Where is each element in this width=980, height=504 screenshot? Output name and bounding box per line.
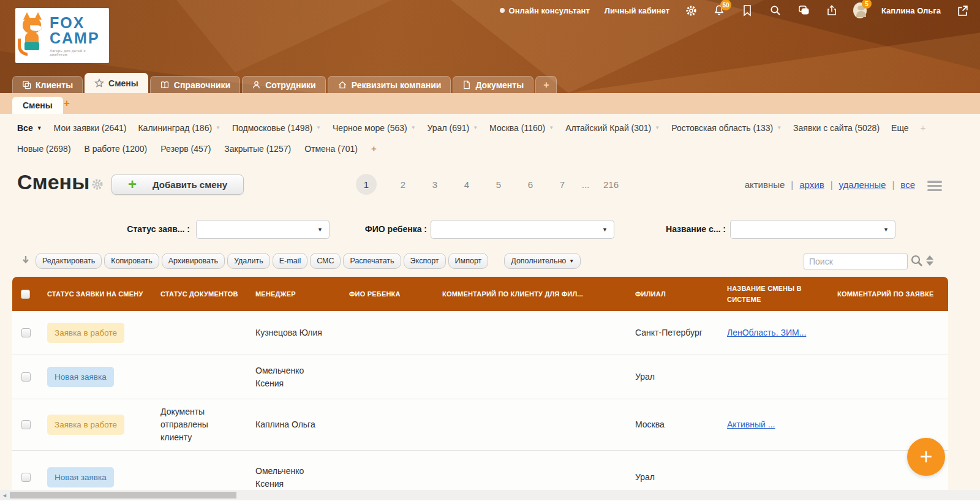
view-deleted[interactable]: удаленные bbox=[839, 179, 886, 190]
row-checkbox[interactable] bbox=[21, 420, 31, 429]
page-number[interactable]: 7 bbox=[557, 179, 568, 190]
filter-altai[interactable]: Алтайский Край (301)▼ bbox=[565, 123, 660, 133]
column-header-branch[interactable]: ФИЛИАЛ bbox=[628, 288, 720, 299]
tab-documents[interactable]: Документы bbox=[453, 76, 533, 93]
chevron-down-icon: ▼ bbox=[216, 125, 221, 130]
download-icon[interactable] bbox=[21, 255, 31, 268]
filter-select-status[interactable]: ▼ bbox=[196, 220, 330, 239]
person-icon bbox=[252, 80, 261, 89]
tab-directories[interactable]: Справочники bbox=[150, 76, 240, 93]
scrollbar-thumb[interactable] bbox=[10, 492, 236, 498]
logo-word-camp: CAMP bbox=[50, 31, 104, 46]
print-button[interactable]: Распечатать bbox=[343, 253, 401, 269]
view-active[interactable]: активные bbox=[745, 179, 785, 190]
filter-black-sea[interactable]: Черное море (563)▼ bbox=[333, 123, 416, 133]
filter-closed[interactable]: Закрытые (1257) bbox=[224, 144, 291, 154]
tab-employees[interactable]: Сотрудники bbox=[242, 76, 326, 93]
export-button[interactable]: Экспорт bbox=[404, 253, 446, 269]
filter-more[interactable]: Еще bbox=[891, 123, 909, 133]
filter-reserve[interactable]: Резерв (457) bbox=[160, 144, 211, 154]
online-consultant-link[interactable]: Онлайн консультант bbox=[500, 6, 590, 15]
personal-cabinet-link[interactable]: Личный кабинет bbox=[605, 6, 669, 15]
row-checkbox[interactable] bbox=[21, 372, 31, 382]
filter-kaliningrad[interactable]: Калининград (186)▼ bbox=[138, 123, 221, 133]
view-archive[interactable]: архив bbox=[799, 179, 824, 190]
page-number[interactable]: 4 bbox=[461, 179, 472, 190]
filter-new[interactable]: Новые (2698) bbox=[17, 144, 71, 154]
bookmark-icon[interactable] bbox=[741, 4, 754, 17]
tab-shifts[interactable]: Смены bbox=[85, 73, 148, 93]
sms-button[interactable]: СМС bbox=[310, 253, 341, 269]
documents-status-cell: Документы отправлены клиенту bbox=[153, 405, 248, 444]
filter-add-button[interactable]: + bbox=[921, 122, 926, 133]
column-header-request-comment[interactable]: КОММЕНТАРИЙ ПО ЗАЯВКЕ bbox=[830, 288, 948, 299]
column-header-status[interactable]: СТАТУС ЗАЯВКИ НА СМЕНУ bbox=[40, 288, 153, 299]
pagination-ellipsis: ... bbox=[580, 179, 591, 190]
page-settings-gear-icon[interactable] bbox=[91, 178, 104, 194]
filter-rostov[interactable]: Ростовская область (133)▼ bbox=[671, 123, 782, 133]
edit-button[interactable]: Редактировать bbox=[36, 253, 102, 269]
filter-site-requests[interactable]: Заявки с сайта (5028) bbox=[793, 123, 880, 133]
filter-moscow[interactable]: Москва (1160)▼ bbox=[489, 123, 554, 133]
row-checkbox[interactable] bbox=[21, 473, 31, 482]
shift-name-link[interactable]: ЛенОбласть. ЗИМ... bbox=[727, 328, 806, 337]
action-toolbar: Редактировать Копировать Архивировать Уд… bbox=[36, 253, 581, 269]
filter-select-shift-name[interactable]: ▼ bbox=[730, 220, 895, 239]
page-number-last[interactable]: 216 bbox=[603, 179, 619, 190]
filter-in-progress[interactable]: В работе (1200) bbox=[85, 144, 148, 154]
page-number[interactable]: 6 bbox=[525, 179, 536, 190]
email-button[interactable]: E-mail bbox=[273, 253, 307, 269]
select-all-checkbox[interactable] bbox=[21, 290, 30, 299]
region-filter-row: Все▼ Мои заявки (2641) Калининград (186)… bbox=[17, 122, 925, 133]
page-number[interactable]: 2 bbox=[398, 179, 409, 190]
column-header-manager[interactable]: МЕНЕДЖЕР bbox=[248, 288, 342, 299]
notifications-bell-icon[interactable]: 50 bbox=[712, 4, 726, 17]
filter-my-requests[interactable]: Мои заявки (2641) bbox=[54, 123, 127, 133]
import-button[interactable]: Импорт bbox=[448, 253, 489, 269]
manager-cell: Омельченко Ксения bbox=[248, 465, 342, 491]
shift-name-link[interactable]: Активный ... bbox=[727, 419, 775, 429]
search-icon[interactable] bbox=[769, 4, 782, 17]
page-number[interactable]: 5 bbox=[493, 179, 504, 190]
logout-icon[interactable] bbox=[956, 4, 969, 17]
add-fab-button[interactable]: + bbox=[907, 438, 945, 476]
filter-cancelled[interactable]: Отмена (701) bbox=[304, 144, 358, 154]
column-header-shift-name[interactable]: НАЗВАНИЕ СМЕНЫ В СИСТЕМЕ bbox=[720, 283, 830, 305]
search-input[interactable] bbox=[804, 254, 908, 269]
archive-button[interactable]: Архивировать bbox=[162, 253, 225, 269]
filter-podmoskovye[interactable]: Подмосковье (1498)▼ bbox=[232, 123, 321, 133]
logo-word-fox: FOX bbox=[50, 15, 104, 31]
status-filter-add-button[interactable]: + bbox=[371, 143, 377, 154]
page-number[interactable]: 3 bbox=[429, 179, 440, 190]
tab-clients[interactable]: Клиенты bbox=[12, 76, 83, 93]
search-magnifier-icon[interactable] bbox=[910, 254, 924, 270]
table-body: Заявка в работе Кузнецова Юлия Санкт-Пет… bbox=[12, 311, 948, 504]
list-menu-icon[interactable] bbox=[927, 181, 942, 191]
add-tab-button[interactable]: + bbox=[535, 76, 557, 93]
row-checkbox[interactable] bbox=[21, 328, 31, 337]
scroll-left-arrow[interactable]: ◄ bbox=[2, 492, 7, 498]
add-shift-button[interactable]: + Добавить смену bbox=[111, 175, 244, 195]
delete-button[interactable]: Удалить bbox=[227, 253, 270, 269]
user-name[interactable]: Каплина Ольга bbox=[881, 6, 941, 15]
messages-icon[interactable] bbox=[797, 4, 810, 17]
sort-toggle-icon[interactable] bbox=[926, 255, 933, 266]
column-header-documents[interactable]: СТАТУС ДОКУМЕНТОВ bbox=[153, 288, 248, 299]
subtab-add-button[interactable]: + bbox=[64, 97, 70, 110]
view-all[interactable]: все bbox=[900, 179, 915, 190]
tab-company-details[interactable]: Реквизиты компании bbox=[328, 76, 451, 93]
filter-select-child-name[interactable]: ▼ bbox=[431, 220, 614, 239]
subtab-shifts[interactable]: Смены bbox=[12, 97, 63, 114]
page-number-current[interactable]: 1 bbox=[356, 174, 377, 195]
settings-gear-icon[interactable] bbox=[684, 4, 698, 17]
page-title: Смены bbox=[17, 170, 89, 194]
column-header-child-name[interactable]: ФИО РЕБЕНКА bbox=[342, 288, 435, 299]
filter-all[interactable]: Все▼ bbox=[17, 123, 42, 133]
more-actions-button[interactable]: Дополнительно ▼ bbox=[504, 253, 581, 269]
main-tab-bar: Клиенты Смены Справочники Сотрудники Рек… bbox=[12, 73, 557, 93]
filter-ural[interactable]: Урал (691)▼ bbox=[428, 123, 478, 133]
column-header-client-comment[interactable]: КОММЕНТАРИЙ ПО КЛИЕНТУ ДЛЯ ФИЛ... bbox=[435, 288, 628, 299]
copy-button[interactable]: Копировать bbox=[104, 253, 159, 269]
share-icon[interactable] bbox=[825, 4, 839, 17]
user-avatar[interactable]: 5 bbox=[853, 4, 867, 17]
